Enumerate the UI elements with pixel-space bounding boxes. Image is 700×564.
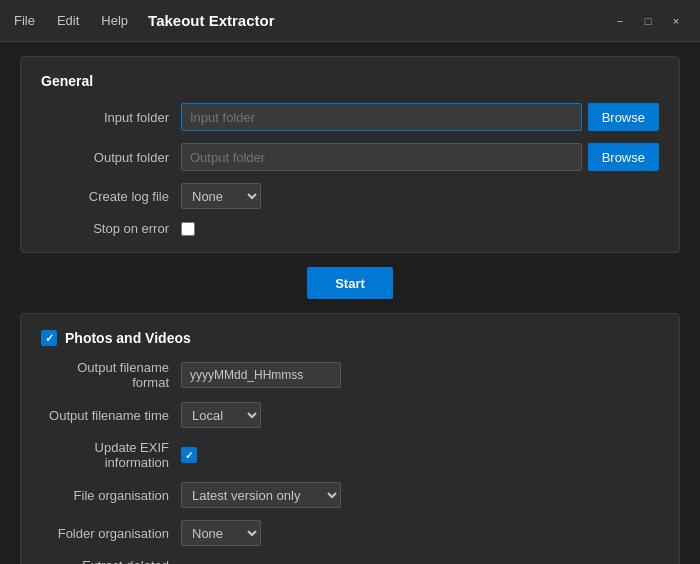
close-button[interactable]: × (662, 7, 690, 35)
update-exif-row: Update EXIF information (41, 440, 659, 470)
filename-time-row: Output filename time Local UTC (41, 402, 659, 428)
input-folder-label: Input folder (41, 110, 181, 125)
create-log-row: Create log file None Minimal Full (41, 183, 659, 209)
start-button-row: Start (20, 267, 680, 299)
minimize-button[interactable]: − (606, 7, 634, 35)
main-content: General Input folder Browse Output folde… (0, 42, 700, 564)
photos-videos-check-icon[interactable] (41, 330, 57, 346)
output-folder-browse-button[interactable]: Browse (588, 143, 659, 171)
update-exif-label: Update EXIF information (41, 440, 181, 470)
folder-organisation-select[interactable]: None Album Date (181, 520, 261, 546)
stop-on-error-label: Stop on error (41, 221, 181, 236)
filename-format-row: Output filename format (41, 360, 659, 390)
filename-format-field[interactable] (181, 362, 341, 388)
photos-videos-title-row: Photos and Videos (41, 330, 659, 346)
output-folder-field[interactable] (181, 143, 582, 171)
input-folder-browse-button[interactable]: Browse (588, 103, 659, 131)
title-bar: File Edit Help Takeout Extractor − □ × (0, 0, 700, 42)
filename-format-label: Output filename format (41, 360, 181, 390)
menu-bar: File Edit Help (10, 11, 132, 30)
input-folder-control: Browse (181, 103, 659, 131)
file-organisation-row: File organisation Latest version only Al… (41, 482, 659, 508)
create-log-control: None Minimal Full (181, 183, 659, 209)
photos-videos-panel: Photos and Videos Output filename format… (20, 313, 680, 564)
folder-organisation-control: None Album Date (181, 520, 659, 546)
menu-edit[interactable]: Edit (53, 11, 83, 30)
extract-deleted-row: Extract deleted photos (41, 558, 659, 564)
output-folder-label: Output folder (41, 150, 181, 165)
filename-time-label: Output filename time (41, 408, 181, 423)
filename-format-control (181, 362, 659, 388)
general-panel: General Input folder Browse Output folde… (20, 56, 680, 253)
output-folder-row: Output folder Browse (41, 143, 659, 171)
filename-time-control: Local UTC (181, 402, 659, 428)
photos-videos-title-text: Photos and Videos (65, 330, 191, 346)
update-exif-control (181, 447, 659, 463)
extract-deleted-label: Extract deleted photos (41, 558, 181, 564)
stop-on-error-control (181, 222, 659, 236)
menu-help[interactable]: Help (97, 11, 132, 30)
folder-organisation-label: Folder organisation (41, 526, 181, 541)
app-title: Takeout Extractor (148, 12, 274, 29)
start-button[interactable]: Start (307, 267, 393, 299)
file-organisation-control: Latest version only All versions None (181, 482, 659, 508)
window-controls: − □ × (606, 7, 690, 35)
general-panel-title: General (41, 73, 659, 89)
folder-organisation-row: Folder organisation None Album Date (41, 520, 659, 546)
input-folder-field[interactable] (181, 103, 582, 131)
stop-on-error-checkbox[interactable] (181, 222, 195, 236)
photos-videos-panel-title: Photos and Videos (41, 330, 659, 346)
output-folder-control: Browse (181, 143, 659, 171)
create-log-label: Create log file (41, 189, 181, 204)
file-organisation-select[interactable]: Latest version only All versions None (181, 482, 341, 508)
create-log-select[interactable]: None Minimal Full (181, 183, 261, 209)
input-folder-row: Input folder Browse (41, 103, 659, 131)
maximize-button[interactable]: □ (634, 7, 662, 35)
filename-time-select[interactable]: Local UTC (181, 402, 261, 428)
update-exif-checkbox[interactable] (181, 447, 197, 463)
menu-file[interactable]: File (10, 11, 39, 30)
stop-on-error-row: Stop on error (41, 221, 659, 236)
file-organisation-label: File organisation (41, 488, 181, 503)
